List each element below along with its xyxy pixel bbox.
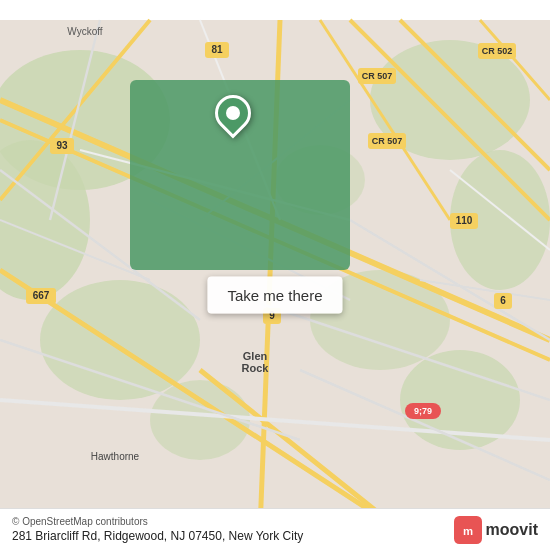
svg-text:m: m: [462, 525, 472, 537]
svg-text:CR 502: CR 502: [482, 46, 513, 56]
map-container: 81 93 667 9 6 110 CR 507 CR 507 CR 502: [0, 0, 550, 550]
svg-text:Glen: Glen: [243, 350, 268, 362]
pin-inner-dot: [226, 106, 240, 120]
svg-text:110: 110: [456, 215, 473, 226]
address-text: 281 Briarcliff Rd, Ridgewood, NJ 07450, …: [12, 529, 303, 543]
pin-marker: [208, 88, 259, 139]
svg-text:CR 507: CR 507: [362, 71, 393, 81]
map-pin: [215, 95, 255, 135]
bottom-bar: © OpenStreetMap contributors 281 Briarcl…: [0, 508, 550, 550]
moovit-logo-icon: m: [454, 516, 482, 544]
moovit-logo: m moovit: [454, 516, 538, 544]
take-me-there-button[interactable]: Take me there: [207, 277, 342, 314]
svg-text:Wyckoff: Wyckoff: [67, 26, 103, 37]
svg-text:667: 667: [33, 290, 50, 301]
svg-text:6: 6: [500, 295, 506, 306]
svg-text:Hawthorne: Hawthorne: [91, 451, 140, 462]
svg-text:CR 507: CR 507: [372, 136, 403, 146]
svg-text:81: 81: [211, 44, 223, 55]
map-attribution: © OpenStreetMap contributors: [12, 516, 303, 527]
svg-text:93: 93: [56, 140, 68, 151]
svg-text:9;79: 9;79: [414, 406, 432, 416]
svg-text:Rock: Rock: [242, 362, 270, 374]
moovit-logo-text: moovit: [486, 521, 538, 539]
